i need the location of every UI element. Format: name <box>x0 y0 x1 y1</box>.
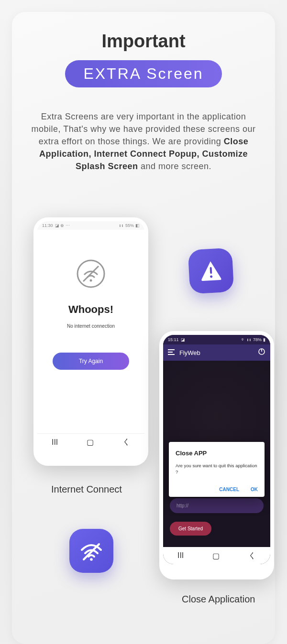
recents-icon[interactable]: III <box>177 551 184 560</box>
dialog-title: Close APP <box>176 450 258 457</box>
menu-icon[interactable] <box>168 348 176 357</box>
phone1-label: Internet Connect <box>51 484 122 495</box>
warning-squircle-icon <box>188 248 234 294</box>
wifi-signal-icon: ᯤ ⫾⫾ <box>241 337 252 342</box>
back-icon[interactable]: く <box>248 551 256 561</box>
whoops-heading: Whoops! <box>68 303 113 316</box>
battery-icon: ◧ <box>135 223 140 228</box>
app-title: FlyWeb <box>179 349 200 356</box>
close-app-dialog: Close APP Are you sure want to quit this… <box>169 442 265 497</box>
description: Extra Screens are very important in the … <box>26 110 261 172</box>
promo-card: Important EXTRA Screen Extra Screens are… <box>12 12 275 644</box>
status-time: 15:11 <box>168 337 179 342</box>
dialog-message: Are you sure want to quit this applicati… <box>176 462 258 475</box>
signal-icon: ⫾⫾ <box>119 223 124 228</box>
app-bar: FlyWeb <box>163 344 270 361</box>
status-time: 11:30 <box>42 223 53 228</box>
power-icon[interactable] <box>258 348 265 357</box>
status-bar: 15:11 ◪ ᯤ ⫾⫾ 78% ▮ <box>163 335 270 344</box>
desc-suffix: and more screen. <box>138 161 211 171</box>
recents-icon[interactable]: III <box>52 438 58 447</box>
status-bar: 11:30 ◪ ⊕ ⋯ ⫾⫾ 55% ◧ <box>37 221 144 230</box>
no-wifi-icon <box>76 258 106 289</box>
get-started-button[interactable]: Get Started <box>170 522 211 536</box>
url-input[interactable]: http:// <box>170 498 264 513</box>
page-title: Important <box>26 31 261 52</box>
status-indicator-icon: ◪ <box>181 337 185 342</box>
phone-internet-connect: 11:30 ◪ ⊕ ⋯ ⫾⫾ 55% ◧ <box>33 217 148 466</box>
android-nav-bar: III ▢ く <box>163 547 270 564</box>
try-again-button[interactable]: Try Again <box>53 353 129 370</box>
phone2-label: Close Application <box>182 594 255 605</box>
phone-close-app: 15:11 ◪ ᯤ ⫾⫾ 78% ▮ FlyWeb <box>159 331 274 580</box>
android-nav-bar: III ▢ く <box>37 433 144 451</box>
svg-rect-3 <box>210 267 212 274</box>
extra-screen-badge: EXTRA Screen <box>65 60 221 87</box>
no-internet-text: No internet connection <box>67 323 115 329</box>
battery-icon: ▮ <box>263 337 265 342</box>
desc-prefix: Extra Screens are very important in the … <box>32 112 256 146</box>
svg-point-10 <box>90 558 93 561</box>
no-wifi-squircle-icon <box>69 529 113 573</box>
status-battery: 55% <box>125 223 134 228</box>
back-icon[interactable]: く <box>122 437 130 447</box>
home-icon[interactable]: ▢ <box>87 438 94 447</box>
cancel-button[interactable]: CANCEL <box>219 487 239 492</box>
status-battery: 78% <box>253 337 262 342</box>
ok-button[interactable]: OK <box>251 487 258 492</box>
home-icon[interactable]: ▢ <box>212 551 220 560</box>
app-body: F Convert your Web Site to App http:// G… <box>163 361 270 547</box>
status-indicators-icon: ◪ ⊕ ⋯ <box>55 223 70 228</box>
svg-point-1 <box>90 279 92 282</box>
